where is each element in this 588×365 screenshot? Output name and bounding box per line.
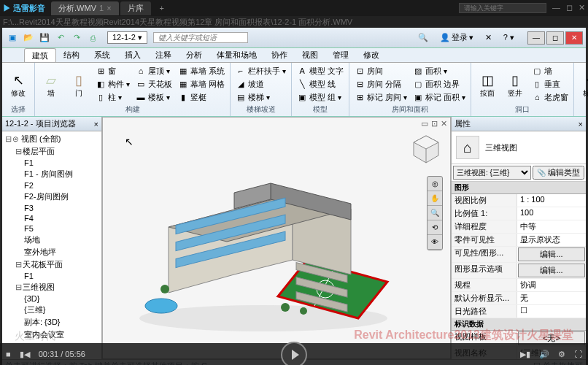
login-button[interactable]: 👤 登录 ▾ bbox=[436, 31, 478, 44]
tab-systems[interactable]: 系统 bbox=[87, 48, 117, 62]
maximize-icon[interactable]: ◻ bbox=[566, 3, 573, 13]
edit-type-button[interactable]: 📎 编辑类型 bbox=[533, 166, 584, 180]
tree-leaf[interactable]: 室外地坪 bbox=[4, 246, 100, 258]
tab-modify[interactable]: 修改 bbox=[356, 48, 387, 62]
project-browser-tree[interactable]: ⊟⊙ 视图 (全部) ⊟楼层平面 F1 F1 - 房间图例 F2 F2-房间图例… bbox=[2, 131, 101, 359]
property-value[interactable]: 中等 bbox=[517, 220, 586, 233]
tab-collaborate[interactable]: 协作 bbox=[264, 48, 295, 62]
curtain-system-button[interactable]: ▦幕墙 系统 bbox=[176, 65, 227, 77]
tab-annotate[interactable]: 注释 bbox=[148, 48, 179, 62]
app-maximize-button[interactable]: ◻ bbox=[546, 31, 564, 45]
app-minimize-button[interactable]: — bbox=[527, 31, 545, 45]
close-panel-icon[interactable]: × bbox=[94, 120, 98, 128]
component-button[interactable]: ◧构件 ▾ bbox=[93, 78, 132, 91]
ramp-button[interactable]: ◢坡道 bbox=[233, 78, 288, 91]
close-icon[interactable]: ✕ bbox=[579, 3, 585, 13]
app-close-button[interactable]: ✕ bbox=[565, 31, 583, 45]
level-button[interactable]: ↔标高 bbox=[577, 64, 588, 104]
window-button[interactable]: ⊞窗 bbox=[93, 65, 132, 77]
modify-button[interactable]: ↖修改 bbox=[5, 64, 31, 104]
properties-grid[interactable]: 图形 视图比例1 : 100比例值 1:100详细程度中等零件可见性显示原状态可… bbox=[452, 182, 586, 359]
tree-leaf[interactable]: F1 bbox=[4, 271, 100, 281]
wall-button[interactable]: ▱墙 bbox=[38, 64, 64, 104]
navigation-bar[interactable]: ◎ ✋ 🔍 ⟲ 👁 bbox=[427, 176, 443, 250]
room-button[interactable]: ⊡房间 bbox=[352, 65, 409, 77]
curtain-grid-button[interactable]: ▦幕墙 网格 bbox=[176, 78, 227, 91]
property-value[interactable]: 协调 bbox=[517, 279, 586, 291]
player-tab-add[interactable]: + bbox=[152, 1, 171, 15]
property-row[interactable]: 默认分析显示...无 bbox=[452, 292, 586, 305]
undo-icon[interactable]: ↶ bbox=[53, 31, 68, 45]
help-search-input[interactable] bbox=[153, 32, 248, 43]
nav-pan-icon[interactable]: ✋ bbox=[428, 191, 442, 206]
roof-button[interactable]: ⌂屋顶 ▾ bbox=[134, 65, 174, 77]
column-button[interactable]: ▯柱 ▾ bbox=[93, 91, 132, 104]
property-row[interactable]: 详细程度中等 bbox=[452, 220, 586, 234]
nav-wheel-icon[interactable]: ◎ bbox=[428, 177, 442, 191]
tree-leaf[interactable]: F2 bbox=[4, 180, 100, 191]
tree-leaf[interactable]: {3D} bbox=[4, 293, 100, 304]
vp-restore-icon[interactable]: ⊡ bbox=[431, 119, 438, 128]
tree-leaf[interactable]: F1 - 房间图例 bbox=[4, 168, 100, 180]
property-row[interactable]: 图形显示选项编辑... bbox=[452, 263, 586, 279]
close-props-icon[interactable]: × bbox=[579, 120, 583, 128]
mullion-button[interactable]: ▮竖梃 bbox=[176, 91, 227, 104]
property-row[interactable]: 视图比例1 : 100 bbox=[452, 194, 586, 207]
tree-leaf[interactable]: F4 bbox=[4, 213, 100, 223]
tab-view[interactable]: 视图 bbox=[295, 48, 325, 62]
next-icon[interactable]: ▶▮ bbox=[520, 350, 530, 359]
property-value[interactable]: 100 bbox=[517, 207, 586, 220]
tree-leaf[interactable]: 室内会议室 bbox=[4, 328, 100, 341]
property-value[interactable]: 显示原状态 bbox=[517, 234, 586, 246]
volume-icon[interactable]: 🔊 bbox=[539, 350, 549, 359]
tree-node-ceiling[interactable]: ⊟天花板平面 bbox=[4, 258, 100, 271]
tree-leaf[interactable]: 副本: {3D} bbox=[4, 316, 100, 328]
property-row[interactable]: 日光路径☐ bbox=[452, 305, 586, 318]
property-value[interactable]: 编辑... bbox=[518, 264, 585, 277]
prev-icon[interactable]: ▮◀ bbox=[20, 350, 30, 359]
floor-button[interactable]: ▬楼板 ▾ bbox=[134, 91, 174, 104]
settings-icon[interactable]: ⚙ bbox=[558, 350, 565, 359]
minimize-icon[interactable]: — bbox=[552, 3, 560, 13]
model-text-button[interactable]: A模型 文字 bbox=[295, 65, 346, 77]
player-search-input[interactable] bbox=[459, 3, 546, 13]
dormer-button[interactable]: ⌂老虎窗 bbox=[530, 91, 570, 104]
tree-leaf[interactable]: {三维} bbox=[4, 304, 100, 316]
tree-leaf[interactable]: 场地 bbox=[4, 234, 100, 246]
property-row[interactable]: 零件可见性显示原状态 bbox=[452, 234, 586, 247]
property-row[interactable]: 规程协调 bbox=[452, 279, 586, 292]
wall-opening-button[interactable]: ▢墙 bbox=[530, 65, 570, 77]
by-face-button[interactable]: ◫按面 bbox=[474, 64, 500, 104]
property-row[interactable]: 可见性/图形...编辑... bbox=[452, 247, 586, 263]
tree-leaf[interactable]: F2-房间图例 bbox=[4, 191, 100, 203]
area-button[interactable]: ▨面积 ▾ bbox=[411, 65, 468, 77]
nav-orbit-icon[interactable]: ⟲ bbox=[428, 220, 442, 235]
tag-room-button[interactable]: ⊞标记 房间 ▾ bbox=[352, 91, 409, 104]
stop-icon[interactable]: ■ bbox=[6, 350, 11, 358]
tab-analyze[interactable]: 分析 bbox=[179, 48, 209, 62]
tree-node-views[interactable]: ⊟⊙ 视图 (全部) bbox=[4, 133, 100, 145]
shaft-button[interactable]: ▯竖井 bbox=[502, 64, 528, 104]
nav-zoom-icon[interactable]: 🔍 bbox=[428, 206, 442, 220]
app-menu-icon[interactable]: ▣ bbox=[5, 31, 20, 45]
property-value[interactable]: 1 : 100 bbox=[517, 194, 586, 207]
room-sep-button[interactable]: ⊟房间 分隔 bbox=[352, 78, 409, 91]
save-icon[interactable]: 💾 bbox=[37, 31, 52, 45]
model-line-button[interactable]: ╲模型 线 bbox=[295, 78, 346, 91]
video-controls[interactable]: ■ ▮◀ 00:31 / 05:56 ▶▮ 🔊 ⚙ ⛶ bbox=[0, 343, 588, 365]
tab-structure[interactable]: 结构 bbox=[56, 48, 87, 62]
viewport-3d[interactable]: ▭ ⊡ ✕ ↖ ◎ ✋ 🔍 ⟲ 👁 bbox=[102, 117, 451, 359]
tree-leaf[interactable]: F3 bbox=[4, 203, 100, 213]
model-group-button[interactable]: ▣模型 组 ▾ bbox=[295, 91, 346, 104]
stair-button[interactable]: ▤楼梯 ▾ bbox=[233, 91, 288, 104]
property-value[interactable]: 无 bbox=[517, 292, 586, 304]
railing-button[interactable]: ⌐栏杆扶手 ▾ bbox=[233, 65, 288, 77]
viewcube[interactable] bbox=[408, 132, 444, 169]
open-icon[interactable]: 📂 bbox=[21, 31, 36, 45]
redo-icon[interactable]: ↷ bbox=[69, 31, 84, 45]
document-selector[interactable]: 12-1-2 ▾ bbox=[107, 31, 147, 44]
vp-maximize-icon[interactable]: ▭ bbox=[421, 119, 428, 128]
play-button[interactable] bbox=[281, 342, 307, 365]
property-value[interactable]: ☐ bbox=[517, 305, 586, 318]
nav-look-icon[interactable]: 👁 bbox=[428, 235, 442, 250]
